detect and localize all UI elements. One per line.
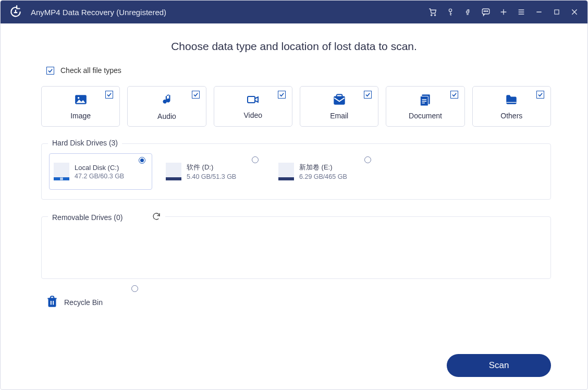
svg-point-10	[485, 11, 486, 12]
drive-size: 47.2 GB/60.3 GB	[75, 173, 124, 180]
disk-icon	[54, 163, 69, 180]
check-all-checkbox[interactable]	[46, 67, 54, 75]
check-all-row[interactable]: Check all file types	[46, 66, 551, 75]
file-type-others-checkbox[interactable]	[536, 91, 544, 99]
drive-c-radio[interactable]	[139, 157, 145, 164]
file-type-email[interactable]: Email	[300, 86, 378, 127]
close-button[interactable]	[566, 1, 583, 23]
facebook-icon[interactable]	[459, 1, 477, 23]
file-type-label: Audio	[157, 112, 176, 120]
drive-info: 新加卷 (E:) 6.29 GB/465 GB	[299, 163, 347, 180]
file-type-document[interactable]: Document	[386, 86, 464, 127]
recycle-icon	[45, 294, 59, 311]
drive-d[interactable]: 软件 (D:) 5.40 GB/51.3 GB	[162, 153, 265, 190]
file-type-email-checkbox[interactable]	[364, 91, 372, 99]
svg-rect-23	[248, 96, 255, 103]
svg-rect-35	[49, 299, 56, 307]
svg-rect-34	[62, 179, 63, 180]
file-type-others[interactable]: Others	[472, 86, 551, 127]
disk-icon	[166, 163, 181, 180]
email-icon	[332, 93, 347, 108]
audio-icon	[160, 92, 174, 109]
video-icon	[244, 93, 261, 108]
svg-rect-18	[555, 10, 559, 14]
svg-point-3	[434, 15, 435, 16]
drive-size: 6.29 GB/465 GB	[299, 173, 347, 180]
file-type-label: Video	[244, 111, 263, 119]
hdd-fieldset: Hard Disk Drives (3) Local Disk (C:) 47.…	[41, 143, 551, 200]
file-type-label: Document	[409, 112, 442, 120]
feedback-icon[interactable]	[477, 1, 495, 23]
file-type-audio-checkbox[interactable]	[192, 91, 200, 99]
drive-e[interactable]: 新加卷 (E:) 6.29 GB/465 GB	[274, 153, 377, 190]
svg-rect-31	[60, 178, 62, 179]
recycle-radio[interactable]	[131, 285, 138, 292]
more-tools-icon[interactable]	[495, 1, 512, 23]
folder-icon	[504, 93, 519, 108]
drive-name: 新加卷 (E:)	[299, 163, 347, 172]
titlebar: AnyMP4 Data Recovery (Unregistered)	[1, 1, 587, 23]
hdd-list: Local Disk (C:) 47.2 GB/60.3 GB 软件 (D:) …	[49, 153, 543, 190]
check-all-label: Check all file types	[60, 66, 121, 75]
recycle-section: Recycle Bin	[41, 289, 551, 315]
file-type-label: Email	[330, 112, 348, 120]
file-type-cards: Image Audio Video Em	[41, 86, 551, 127]
file-type-image[interactable]: Image	[41, 86, 120, 127]
drive-d-radio[interactable]	[252, 156, 259, 163]
scan-button[interactable]: Scan	[447, 354, 551, 377]
file-type-image-checkbox[interactable]	[105, 91, 113, 99]
svg-rect-32	[62, 178, 63, 179]
document-icon	[418, 93, 433, 108]
svg-point-11	[487, 11, 488, 12]
cart-icon[interactable]	[424, 1, 442, 23]
minimize-button[interactable]	[530, 1, 548, 23]
drive-info: 软件 (D:) 5.40 GB/51.3 GB	[187, 163, 236, 180]
file-type-label: Others	[500, 112, 522, 120]
svg-rect-33	[60, 179, 62, 180]
disk-icon	[278, 163, 294, 180]
removable-fieldset: Removable Drives (0)	[41, 216, 551, 279]
svg-point-9	[484, 11, 485, 12]
drive-name: 软件 (D:)	[187, 163, 236, 172]
page-heading: Choose data type and location of lost da…	[37, 40, 551, 53]
recycle-bin[interactable]: Recycle Bin	[41, 289, 144, 315]
drive-info: Local Disk (C:) 47.2 GB/60.3 GB	[75, 164, 124, 180]
svg-rect-24	[334, 97, 345, 104]
app-title: AnyMP4 Data Recovery (Unregistered)	[31, 8, 166, 17]
recycle-label: Recycle Bin	[64, 298, 103, 307]
hdd-legend: Hard Disk Drives (3)	[48, 139, 122, 147]
app-logo-icon	[9, 5, 22, 19]
file-type-document-checkbox[interactable]	[450, 91, 458, 99]
main-content: Choose data type and location of lost da…	[1, 23, 587, 389]
drive-size: 5.40 GB/51.3 GB	[187, 173, 236, 180]
file-type-audio[interactable]: Audio	[127, 86, 206, 127]
svg-point-2	[431, 15, 432, 16]
image-icon	[73, 93, 89, 108]
svg-point-22	[78, 97, 79, 99]
menu-icon[interactable]	[512, 1, 530, 23]
drive-name: Local Disk (C:)	[75, 164, 124, 172]
file-type-label: Image	[70, 112, 91, 120]
footer: Scan	[37, 345, 551, 377]
svg-point-4	[449, 9, 451, 11]
file-type-video-checkbox[interactable]	[278, 91, 286, 99]
drive-c[interactable]: Local Disk (C:) 47.2 GB/60.3 GB	[49, 153, 152, 190]
maximize-button[interactable]	[548, 1, 566, 23]
drive-e-radio[interactable]	[364, 156, 371, 163]
refresh-icon[interactable]	[152, 212, 161, 223]
titlebar-actions	[424, 1, 583, 23]
key-icon[interactable]	[442, 1, 459, 23]
file-type-video[interactable]: Video	[214, 86, 292, 127]
removable-legend: Removable Drives (0)	[48, 212, 165, 223]
app-window: AnyMP4 Data Recovery (Unregistered)	[0, 0, 588, 390]
